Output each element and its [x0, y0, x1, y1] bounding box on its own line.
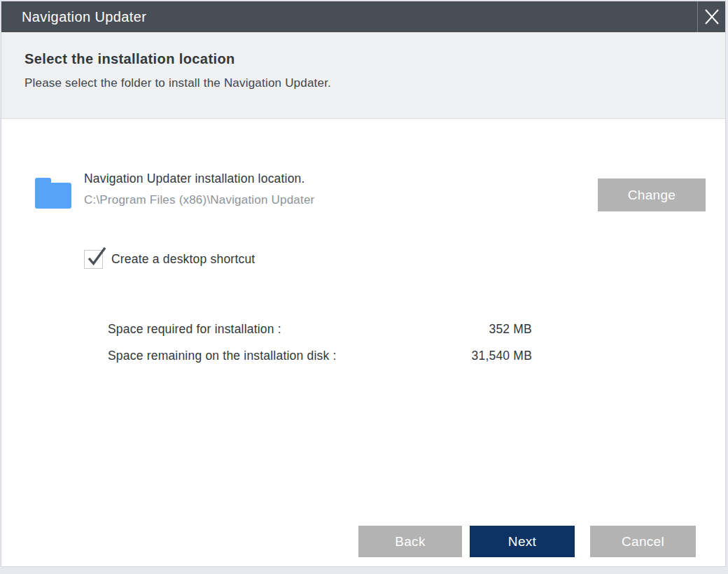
space-remaining-value: 31,540 MB — [472, 349, 532, 363]
back-button[interactable]: Back — [358, 526, 462, 557]
space-required-row: Space required for installation : 352 MB — [108, 322, 532, 337]
page: Navigation Updater Select the installati… — [0, 0, 728, 574]
space-required-label: Space required for installation : — [108, 322, 281, 337]
change-button[interactable]: Change — [598, 178, 706, 211]
titlebar: Navigation Updater — [1, 1, 725, 32]
desktop-shortcut-checkbox[interactable] — [84, 250, 103, 269]
close-icon — [704, 8, 720, 25]
space-info: Space required for installation : 352 MB… — [108, 322, 532, 375]
next-button[interactable]: Next — [470, 526, 575, 557]
desktop-shortcut-label: Create a desktop shortcut — [111, 252, 255, 267]
space-required-value: 352 MB — [489, 322, 532, 337]
installer-window: Navigation Updater Select the installati… — [1, 1, 726, 567]
space-remaining-label: Space remaining on the installation disk… — [108, 349, 337, 363]
close-button[interactable] — [697, 1, 725, 32]
page-subtitle: Please select the folder to install the … — [24, 76, 725, 90]
page-title: Select the installation location — [24, 51, 725, 67]
desktop-shortcut-option[interactable]: Create a desktop shortcut — [84, 250, 255, 269]
folder-icon — [35, 183, 71, 209]
checkmark-icon — [85, 245, 108, 269]
install-location-label: Navigation Updater installation location… — [84, 172, 305, 186]
cancel-button[interactable]: Cancel — [590, 526, 696, 557]
wizard-header: Select the installation location Please … — [1, 32, 725, 119]
install-location-path: C:\Program Files (x86)\Navigation Update… — [84, 193, 314, 207]
window-title: Navigation Updater — [1, 9, 146, 25]
space-remaining-row: Space remaining on the installation disk… — [108, 349, 532, 363]
